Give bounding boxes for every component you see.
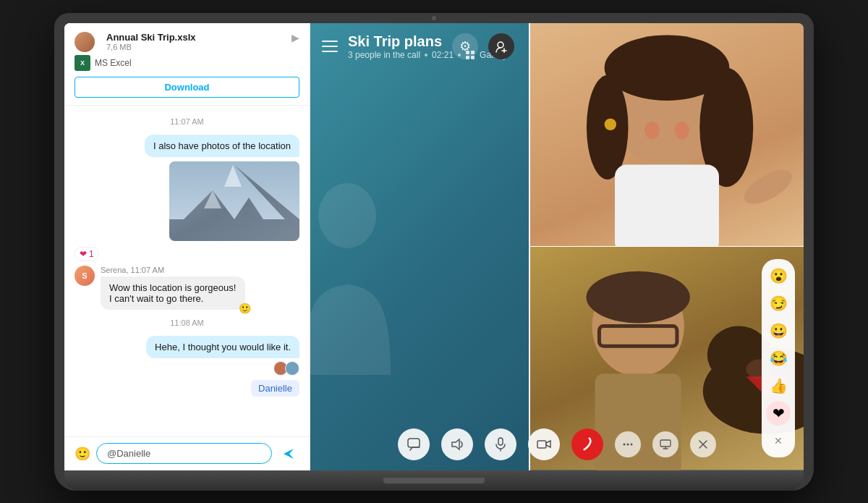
message-text: I also have photos of the location [153, 140, 291, 151]
svg-point-20 [605, 118, 616, 130]
speaker-button[interactable] [441, 428, 473, 460]
laptop-base-inner [383, 478, 485, 483]
file-name: Annual Ski Trip.xslx [106, 32, 292, 43]
svg-rect-42 [408, 439, 420, 447]
avatar [75, 32, 95, 52]
svg-rect-17 [615, 164, 719, 246]
message-bubble-left: Wow this location is gorgeous! I can't w… [101, 276, 245, 310]
svg-point-27 [587, 271, 690, 324]
call-controls [310, 418, 804, 470]
add-person-button[interactable] [488, 33, 514, 59]
camera [432, 16, 436, 20]
sender-info: Serena, 11:07 AM [101, 266, 245, 274]
close-icon [697, 439, 709, 450]
end-call-icon [580, 437, 595, 452]
svg-rect-50 [660, 440, 671, 447]
reaction-count: 1 [89, 249, 94, 259]
video-icon [537, 437, 551, 452]
svg-point-48 [627, 443, 629, 445]
svg-point-49 [631, 443, 633, 445]
chat-messages: 11:07 AM I also have photos of the locat… [64, 106, 310, 436]
file-type-label: MS Excel [95, 58, 132, 68]
header-icons: ⚙ [452, 33, 514, 59]
svg-rect-44 [498, 438, 503, 445]
reaction-smirk[interactable]: 😏 [766, 291, 791, 316]
chat-panel: Annual Ski Trip.xslx 7,6 MB ▶ X MS Excel… [64, 23, 310, 470]
video-thumbnails: 😮 😏 😀 😂 👍 ❤ ✕ [529, 23, 804, 470]
speaker-icon [450, 437, 464, 452]
call-people-count: 3 people in the call [348, 50, 420, 60]
download-button[interactable]: Download [75, 77, 299, 98]
mic-button[interactable] [485, 428, 516, 460]
more-icon [622, 439, 634, 450]
svg-point-8 [498, 42, 503, 48]
file-attachment: Annual Ski Trip.xslx 7,6 MB ▶ X MS Excel… [64, 23, 310, 106]
timestamp-2: 11:08 AM [75, 318, 299, 327]
hamburger-menu[interactable] [322, 41, 338, 52]
more-options-button[interactable] [615, 431, 641, 457]
emoji-hint: 🙂 [239, 303, 251, 314]
danielle-mention: Danielle [251, 380, 299, 397]
emoji-picker-button[interactable]: 🙂 [75, 446, 90, 462]
send-button[interactable] [278, 443, 299, 465]
svg-marker-43 [452, 439, 459, 449]
avatar-serena: S [75, 266, 95, 286]
add-person-icon [495, 40, 508, 53]
laptop-base [64, 470, 804, 491]
reaction-thumbsup[interactable]: 👍 [766, 373, 791, 398]
message-input[interactable] [96, 443, 272, 464]
excel-icon: X [75, 55, 90, 71]
message-left-group: S Serena, 11:07 AM Wow this location is … [75, 266, 299, 310]
call-duration: 02:21 [432, 50, 454, 60]
laptop-screen: Annual Ski Trip.xslx 7,6 MB ▶ X MS Excel… [64, 23, 804, 470]
svg-point-19 [674, 121, 689, 139]
heart-emoji: ❤ [80, 249, 87, 259]
message-reaction[interactable]: ❤ 1 [75, 247, 299, 261]
laptop-outer: Annual Ski Trip.xslx 7,6 MB ▶ X MS Excel… [54, 13, 814, 491]
person-silhouette [310, 172, 420, 375]
timestamp: 11:07 AM [75, 117, 299, 126]
video-button[interactable] [528, 428, 560, 460]
message-bubble-right: I also have photos of the location [145, 135, 299, 157]
call-header: Ski Trip plans 3 people in the call 02:2… [310, 23, 804, 67]
svg-rect-46 [537, 441, 546, 448]
message-image [169, 161, 299, 241]
settings-button[interactable]: ⚙ [452, 33, 478, 59]
screen-share-button[interactable] [652, 431, 678, 457]
reaction-smile[interactable]: 😀 [766, 318, 791, 343]
message-right-group: Hehe, I thought you would like it. [75, 336, 299, 376]
end-call-button[interactable] [571, 428, 603, 460]
message-input-row: 🙂 [64, 436, 310, 470]
chat-icon [407, 437, 421, 452]
avatar-tiny-2 [285, 361, 299, 376]
close-control-button[interactable] [690, 431, 716, 457]
send-icon [282, 447, 295, 460]
reaction-laugh[interactable]: 😂 [766, 346, 791, 371]
mic-icon [493, 437, 508, 452]
video-call-panel: Ski Trip plans 3 people in the call 02:2… [310, 23, 804, 470]
forward-icon[interactable]: ▶ [292, 32, 299, 43]
chat-button[interactable] [398, 428, 430, 460]
file-size: 7,6 MB [106, 43, 292, 51]
svg-point-11 [318, 183, 376, 248]
message-bubble-right-2: Hehe, I thought you would like it. [146, 336, 299, 358]
svg-point-18 [644, 121, 660, 139]
reaction-surprised[interactable]: 😮 [766, 263, 791, 288]
svg-point-47 [624, 443, 626, 445]
screen-share-icon [660, 439, 671, 450]
